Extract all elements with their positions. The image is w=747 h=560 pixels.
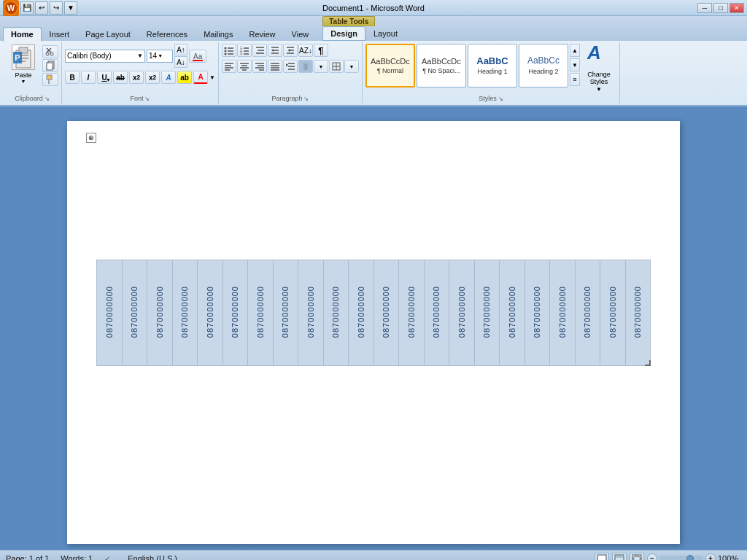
zoom-out-button[interactable]: −	[647, 553, 657, 561]
styles-scroll-up[interactable]: ▲	[570, 44, 580, 57]
table-cell[interactable]: 0870000000	[424, 260, 449, 366]
increase-indent-button[interactable]	[283, 44, 298, 57]
table-cell[interactable]: 0870000000	[349, 260, 374, 366]
font-expand[interactable]: ↘	[144, 96, 150, 102]
table-cell[interactable]: 0870000000	[122, 260, 147, 366]
borders-dropdown[interactable]: ▼	[344, 60, 359, 73]
underline-button[interactable]: U ▼	[97, 71, 112, 84]
table-cell[interactable]: 0870000000	[449, 260, 475, 366]
table-cell[interactable]: 0870000000	[625, 260, 651, 366]
highlight-button[interactable]: ab	[177, 71, 192, 84]
multilevel-list-button[interactable]	[252, 44, 267, 57]
paste-button[interactable]: P Paste ▼	[6, 44, 41, 85]
table-move-handle[interactable]: ⊕	[86, 133, 96, 143]
tab-home[interactable]: Home	[3, 27, 42, 42]
tab-review[interactable]: Review	[241, 27, 283, 41]
style-heading1[interactable]: AaBbC Heading 1	[468, 44, 517, 88]
copy-button[interactable]	[42, 59, 58, 72]
full-screen-view-button[interactable]	[612, 553, 627, 561]
style-normal[interactable]: AaBbCcDc ¶ Normal	[365, 44, 415, 88]
language-status[interactable]: English (U.S.)	[128, 554, 177, 561]
redo-button[interactable]: ↪	[50, 1, 63, 15]
table-cell[interactable]: 0870000000	[500, 260, 525, 366]
table-cell[interactable]: 0870000000	[273, 260, 298, 366]
tab-page-layout[interactable]: Page Layout	[77, 27, 139, 41]
justify-button[interactable]	[268, 60, 282, 73]
cut-button[interactable]	[42, 45, 58, 58]
qat-dropdown[interactable]: ▼	[64, 1, 77, 15]
undo-button[interactable]: ↩	[35, 1, 48, 15]
numbering-button[interactable]: 1. 2. 3.	[237, 44, 252, 57]
table-cell[interactable]: 0870000000	[525, 260, 550, 366]
style-no-spacing[interactable]: AaBbCcDc ¶ No Spaci...	[417, 44, 466, 88]
table-resize-handle[interactable]	[645, 360, 651, 366]
tab-layout[interactable]: Layout	[365, 26, 406, 41]
align-left-button[interactable]	[222, 60, 236, 73]
font-selector-arrow[interactable]: ▼	[137, 52, 143, 59]
borders-button[interactable]	[329, 60, 344, 73]
font-size-selector[interactable]: 14 ▼	[147, 50, 173, 63]
clear-formatting-button[interactable]: Aa	[189, 50, 206, 63]
table-cell[interactable]: 0870000000	[198, 260, 223, 366]
change-styles-button[interactable]: A ChangeStyles ▼	[581, 44, 616, 89]
clipboard-expand[interactable]: ↘	[44, 96, 50, 102]
strikethrough-button[interactable]: ab	[113, 71, 128, 84]
table-cell[interactable]: 0870000000	[248, 260, 274, 366]
subscript-button[interactable]: x2	[129, 71, 144, 84]
table-cell[interactable]: 0870000000	[550, 260, 576, 366]
styles-scroll-down[interactable]: ▼	[570, 58, 580, 71]
sort-button[interactable]: AZ↓	[298, 44, 313, 57]
table-cell[interactable]: 0870000000	[172, 260, 198, 366]
align-right-button[interactable]	[252, 60, 267, 73]
change-styles-dropdown[interactable]: ▼	[596, 86, 602, 93]
bold-button[interactable]: B	[65, 71, 80, 84]
font-grow-button[interactable]: A↑	[174, 44, 187, 55]
tab-insert[interactable]: Insert	[42, 27, 78, 41]
table-cell[interactable]: 0870000000	[298, 260, 324, 366]
styles-expand[interactable]: ↘	[498, 96, 503, 102]
shading-button[interactable]: ░	[298, 60, 313, 73]
office-logo[interactable]: W	[3, 0, 19, 16]
table-cell[interactable]: 0870000000	[97, 260, 123, 366]
zoom-slider[interactable]	[659, 556, 703, 561]
font-shrink-button[interactable]: A↓	[174, 56, 187, 68]
format-painter-button[interactable]	[42, 73, 58, 86]
table-cell[interactable]: 0870000000	[374, 260, 399, 366]
table-cell[interactable]: 0870000000	[222, 260, 248, 366]
styles-more[interactable]: ≡	[570, 73, 580, 86]
restore-button[interactable]: □	[713, 3, 728, 13]
zoom-level[interactable]: 100%	[718, 554, 741, 561]
web-layout-view-button[interactable]	[630, 553, 644, 561]
text-effects-button[interactable]: A	[161, 71, 176, 84]
font-name-selector[interactable]: Calibri (Body) ▼	[65, 50, 145, 63]
zoom-in-button[interactable]: +	[705, 553, 716, 561]
tab-view[interactable]: View	[284, 27, 317, 41]
font-color-button[interactable]: A	[193, 71, 208, 84]
table-cell[interactable]: 0870000000	[323, 260, 349, 366]
table-cell[interactable]: 0870000000	[147, 260, 173, 366]
paragraph-expand[interactable]: ↘	[303, 96, 309, 102]
table-cell[interactable]: 0870000000	[399, 260, 425, 366]
underline-dropdown[interactable]: ▼	[106, 77, 111, 82]
print-layout-view-button[interactable]	[595, 553, 609, 561]
tab-mailings[interactable]: Mailings	[196, 27, 241, 41]
decrease-indent-button[interactable]	[268, 44, 282, 57]
spell-check-icon[interactable]: ✓	[104, 553, 116, 561]
superscript-button[interactable]: x2	[145, 71, 160, 84]
line-spacing-button[interactable]	[283, 60, 298, 73]
save-button[interactable]: 💾	[20, 1, 34, 15]
table-cell[interactable]: 0870000000	[600, 260, 626, 366]
italic-button[interactable]: I	[81, 71, 96, 84]
tab-design[interactable]: Design	[322, 26, 365, 41]
show-hide-button[interactable]: ¶	[314, 44, 328, 57]
table-cell[interactable]: 0870000000	[575, 260, 600, 366]
tab-references[interactable]: References	[139, 27, 196, 41]
align-center-button[interactable]	[237, 60, 252, 73]
table-cell[interactable]: 0870000000	[474, 260, 500, 366]
paste-dropdown[interactable]: ▼	[21, 79, 26, 84]
minimize-button[interactable]: ─	[697, 3, 712, 13]
close-button[interactable]: ✕	[729, 3, 744, 13]
bullets-button[interactable]	[222, 44, 236, 57]
style-heading2[interactable]: AaBbCc Heading 2	[519, 44, 568, 88]
shading-dropdown[interactable]: ▼	[314, 60, 328, 73]
